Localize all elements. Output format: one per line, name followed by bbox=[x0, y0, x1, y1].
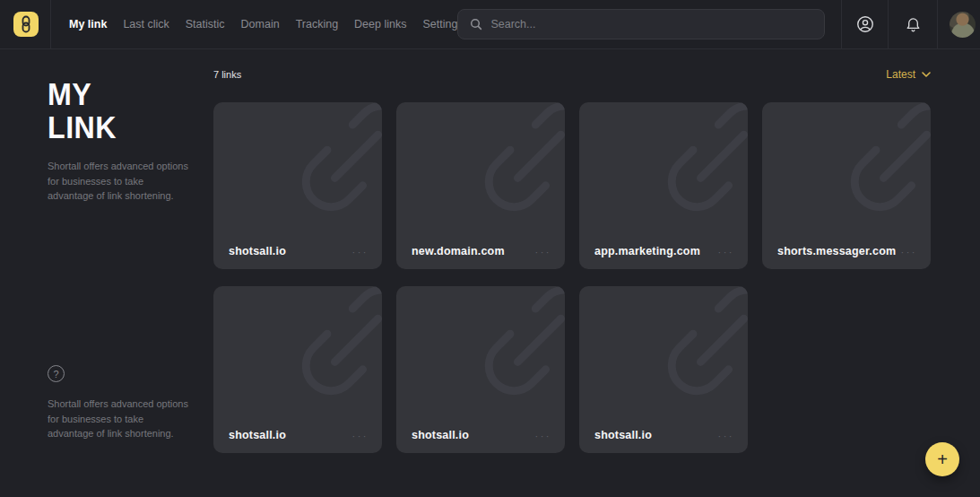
nav-item-my-link[interactable]: My link bbox=[69, 18, 107, 31]
link-card[interactable]: shotsall.io ··· bbox=[213, 102, 382, 269]
sort-dropdown[interactable]: Latest bbox=[886, 68, 931, 81]
app-logo[interactable] bbox=[13, 12, 39, 37]
logo-cell bbox=[0, 0, 51, 48]
content-header: 7 links Latest bbox=[213, 68, 931, 81]
page-title: MY LINK bbox=[48, 77, 117, 144]
nav-item-deep-links[interactable]: Deep links bbox=[354, 18, 406, 31]
question-mark-icon: ? bbox=[53, 369, 58, 379]
search-input[interactable] bbox=[490, 18, 812, 31]
sidebar-description: Shortall offers advanced options for bus… bbox=[48, 159, 189, 204]
link-card-title: shotsall.io bbox=[229, 245, 286, 257]
chain-link-icon bbox=[13, 12, 39, 37]
nav-item-domain[interactable]: Domain bbox=[241, 18, 280, 31]
card-menu-button[interactable]: ··· bbox=[352, 247, 369, 257]
nav-item-setting[interactable]: Setting bbox=[422, 18, 457, 31]
avatar bbox=[950, 12, 976, 38]
plus-icon: + bbox=[937, 450, 948, 468]
link-card[interactable]: shotsall.io ··· bbox=[579, 286, 748, 453]
link-card[interactable]: shotsall.io ··· bbox=[213, 286, 382, 453]
link-watermark-icon bbox=[457, 286, 565, 435]
user-circle-icon bbox=[855, 14, 875, 34]
search-icon bbox=[470, 18, 482, 31]
page-title-line-1: MY bbox=[48, 77, 117, 110]
link-card-title: new.domain.com bbox=[412, 245, 505, 257]
help-description: Shortall offers advanced options for bus… bbox=[48, 397, 189, 441]
link-card[interactable]: shotsall.io ··· bbox=[396, 286, 565, 453]
add-link-button[interactable]: + bbox=[925, 442, 959, 476]
link-card-title: shotsall.io bbox=[412, 429, 469, 441]
link-watermark-icon bbox=[640, 102, 748, 251]
bell-icon bbox=[904, 15, 923, 34]
search-bar[interactable] bbox=[457, 9, 825, 39]
link-card[interactable]: new.domain.com ··· bbox=[396, 102, 565, 269]
links-grid: shotsall.io ··· new.domain.com ··· app.m… bbox=[213, 102, 931, 453]
card-menu-button[interactable]: ··· bbox=[901, 247, 918, 257]
card-menu-button[interactable]: ··· bbox=[718, 247, 735, 257]
link-watermark-icon bbox=[274, 102, 382, 251]
account-button[interactable] bbox=[841, 0, 888, 48]
chevron-down-icon bbox=[922, 72, 931, 77]
notifications-button[interactable] bbox=[888, 0, 937, 48]
link-card-title: shorts.messager.com bbox=[777, 245, 896, 257]
profile-menu-button[interactable] bbox=[937, 0, 980, 48]
link-card[interactable]: shorts.messager.com ··· bbox=[762, 102, 931, 269]
nav-item-tracking[interactable]: Tracking bbox=[296, 18, 338, 31]
link-watermark-icon bbox=[823, 102, 931, 251]
card-menu-button[interactable]: ··· bbox=[535, 247, 552, 257]
link-card-title: shotsall.io bbox=[229, 429, 286, 441]
link-watermark-icon bbox=[640, 286, 748, 435]
nav-item-last-click[interactable]: Last click bbox=[123, 18, 169, 31]
card-menu-button[interactable]: ··· bbox=[352, 431, 369, 441]
link-card[interactable]: app.marketing.com ··· bbox=[579, 102, 748, 269]
link-watermark-icon bbox=[274, 286, 382, 435]
help-button[interactable]: ? bbox=[48, 365, 65, 382]
nav-item-statistic[interactable]: Statistic bbox=[186, 18, 225, 31]
card-menu-button[interactable]: ··· bbox=[535, 431, 552, 441]
card-menu-button[interactable]: ··· bbox=[718, 431, 735, 441]
links-count: 7 links bbox=[213, 69, 241, 80]
top-bar: My linkLast clickStatisticDomainTracking… bbox=[0, 0, 980, 49]
link-card-title: shotsall.io bbox=[594, 429, 652, 441]
page-title-line-2: LINK bbox=[48, 110, 117, 144]
link-card-title: app.marketing.com bbox=[594, 245, 700, 257]
sort-label: Latest bbox=[886, 68, 915, 81]
link-watermark-icon bbox=[457, 102, 565, 251]
main-nav: My linkLast clickStatisticDomainTracking… bbox=[69, 18, 457, 31]
